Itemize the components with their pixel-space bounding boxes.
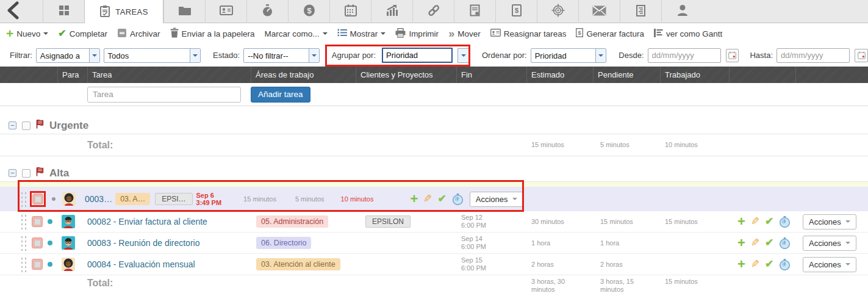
asignado-quien-select[interactable]: Todos xyxy=(104,48,201,63)
ver-como-gantt-button[interactable]: ver como Gantt xyxy=(654,29,722,39)
check-icon: ✔ xyxy=(58,29,66,38)
timer-icon[interactable] xyxy=(779,259,791,270)
col-clientes[interactable]: Clientes y Proyectos xyxy=(356,67,456,83)
timer-icon[interactable] xyxy=(452,194,464,205)
complete-check-icon[interactable]: ✔ xyxy=(765,238,773,248)
agrupar-input[interactable] xyxy=(382,48,453,63)
tab-contacts[interactable] xyxy=(205,0,246,23)
edit-pencil-icon[interactable]: ✎ xyxy=(423,194,432,204)
col-pendiente[interactable]: Pendiente xyxy=(593,67,660,83)
tab-mail[interactable] xyxy=(578,0,620,23)
tab-notes[interactable] xyxy=(454,0,495,23)
nuevo-button[interactable]: +Nuevo xyxy=(6,29,48,38)
tab-invoices[interactable]: $ xyxy=(495,0,537,23)
task-title[interactable]: 00083 - Reunión de directorio xyxy=(87,238,251,248)
tab-files[interactable] xyxy=(163,0,205,23)
drag-handle[interactable] xyxy=(20,214,28,230)
tab-links[interactable] xyxy=(412,0,454,23)
row-checkbox[interactable] xyxy=(32,237,43,248)
task-title[interactable]: 0003… xyxy=(85,194,112,204)
drag-handle[interactable] xyxy=(20,191,28,207)
mostrar-button[interactable]: Mostrar xyxy=(337,29,386,38)
acciones-button[interactable]: Acciones xyxy=(803,214,856,230)
imprimir-button[interactable]: Imprimir xyxy=(395,28,439,40)
agrupar-dropdown-arrow[interactable] xyxy=(457,48,470,63)
hasta-calendar-icon[interactable] xyxy=(855,49,868,62)
task-title[interactable]: 00082 - Enviar factura al cliente xyxy=(87,217,251,226)
col-trabajado[interactable]: Trabajado xyxy=(660,67,729,83)
acciones-button[interactable]: Acciones xyxy=(803,236,856,251)
estimado-value: 30 minutos xyxy=(526,218,593,225)
collapse-icon[interactable]: − xyxy=(9,121,16,129)
new-task-input[interactable] xyxy=(87,87,241,103)
group-name[interactable]: Urgente xyxy=(49,120,88,132)
complete-check-icon[interactable]: ✔ xyxy=(765,259,773,269)
mover-button[interactable]: »Mover xyxy=(448,29,481,38)
add-task-row: Añadir tarea xyxy=(0,83,868,106)
completar-button[interactable]: ✔Completar xyxy=(58,29,107,38)
reasignar-button[interactable]: Reasignar tareas xyxy=(490,29,567,38)
area-tag[interactable]: 06. Directorio xyxy=(256,237,311,249)
tab-timer[interactable] xyxy=(246,0,288,23)
edit-pencil-icon[interactable]: ✎ xyxy=(751,217,759,226)
area-tag[interactable]: 05. Administración xyxy=(256,215,328,228)
asignado-select[interactable]: Asignado a xyxy=(36,48,100,63)
total-pendiente: 3 horas, 15 minutos xyxy=(593,278,643,293)
tab-reports-chart[interactable] xyxy=(371,0,412,23)
acciones-button[interactable]: Acciones xyxy=(470,192,523,207)
hasta-input[interactable] xyxy=(777,48,850,63)
col-tarea[interactable]: Tarea xyxy=(87,67,251,83)
status-bullet xyxy=(48,241,52,245)
edit-pencil-icon[interactable]: ✎ xyxy=(751,238,759,248)
area-tag[interactable]: 03. A… xyxy=(115,193,150,205)
add-icon[interactable]: + xyxy=(737,259,745,269)
tab-report-doc[interactable] xyxy=(620,0,661,23)
task-title[interactable]: 00084 - Evaluación mensual xyxy=(87,259,251,269)
tab-dashboard[interactable] xyxy=(43,0,84,23)
desde-calendar-icon[interactable] xyxy=(726,49,739,62)
col-select[interactable] xyxy=(0,67,57,83)
estado-select[interactable]: --No filtrar-- xyxy=(243,48,320,63)
complete-check-icon[interactable]: ✔ xyxy=(438,194,447,204)
row-checkbox[interactable] xyxy=(32,194,43,204)
tab-money[interactable]: $ xyxy=(288,0,329,23)
col-areas[interactable]: Áreas de trabajo xyxy=(251,67,356,83)
drag-handle[interactable] xyxy=(20,235,28,251)
timer-icon[interactable] xyxy=(779,237,791,249)
printer-icon xyxy=(395,28,406,40)
col-fin[interactable]: Fin xyxy=(456,67,526,83)
client-chip[interactable]: EPSILON xyxy=(365,215,411,228)
archivar-button[interactable]: Archivar xyxy=(117,28,160,40)
generar-factura-button[interactable]: $Generar factura xyxy=(576,28,644,39)
complete-check-icon[interactable]: ✔ xyxy=(765,217,773,226)
tab-goals[interactable] xyxy=(537,0,578,23)
drag-handle[interactable] xyxy=(20,256,28,272)
add-icon[interactable]: + xyxy=(410,194,418,204)
add-icon[interactable]: + xyxy=(737,238,745,248)
area-tag[interactable]: 03. Atención al cliente xyxy=(256,258,340,270)
collapse-icon[interactable]: − xyxy=(9,169,16,177)
edit-pencil-icon[interactable]: ✎ xyxy=(751,259,759,269)
tab-users[interactable] xyxy=(661,0,703,23)
marcar-como-button[interactable]: Marcar como... xyxy=(265,29,328,38)
desde-input[interactable] xyxy=(648,48,721,63)
group-name[interactable]: Alta xyxy=(49,167,69,179)
add-icon[interactable]: + xyxy=(737,217,745,226)
col-estimado[interactable]: Estimado xyxy=(526,67,593,83)
acciones-button[interactable]: Acciones xyxy=(803,257,856,272)
group-checkbox[interactable] xyxy=(22,121,30,130)
group-checkbox[interactable] xyxy=(22,169,30,178)
client-chip[interactable]: EPSI… xyxy=(155,193,192,205)
task-row: 00082 - Enviar factura al cliente 05. Ad… xyxy=(0,211,868,233)
row-checkbox[interactable] xyxy=(32,216,43,227)
add-task-button[interactable]: Añadir tarea xyxy=(251,87,310,103)
papelera-button[interactable]: Enviar a la papelera xyxy=(170,27,255,40)
selected-task-row[interactable]: 0003… 03. A… EPSI… Sep 63:49 PM 15 minut… xyxy=(0,182,868,211)
timer-icon[interactable] xyxy=(779,216,791,228)
col-para[interactable]: Para xyxy=(57,67,87,83)
row-checkbox[interactable] xyxy=(32,259,43,270)
back-button[interactable] xyxy=(0,0,43,23)
ordenar-select[interactable]: Prioridad xyxy=(531,48,607,63)
tab-calendar[interactable] xyxy=(329,0,371,23)
tab-tareas[interactable]: TAREAS xyxy=(84,0,163,23)
